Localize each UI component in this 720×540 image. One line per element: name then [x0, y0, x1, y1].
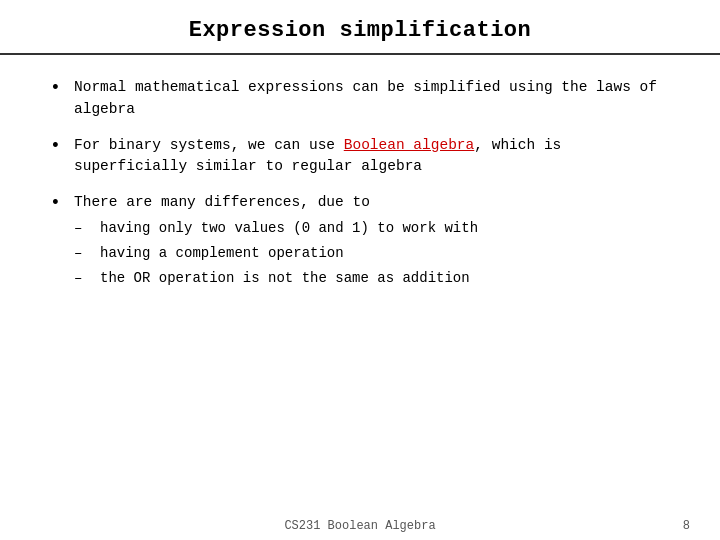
slide-content: • Normal mathematical expressions can be… — [0, 73, 720, 540]
bullet-text-3: There are many differences, due to – hav… — [74, 192, 670, 293]
bullet-text-2-before: For binary systems, we can use — [74, 137, 344, 153]
bullet-text-3-main: There are many differences, due to — [74, 194, 370, 210]
sub-list: – having only two values (0 and 1) to wo… — [74, 218, 670, 289]
sub-item-1: – having only two values (0 and 1) to wo… — [74, 218, 670, 239]
bullet-item-3: • There are many differences, due to – h… — [50, 192, 670, 293]
bullet-text-1: Normal mathematical expressions can be s… — [74, 77, 670, 121]
bullet-item-2: • For binary systems, we can use Boolean… — [50, 135, 670, 179]
bullet-dot-1: • — [50, 77, 68, 100]
sub-dash-1: – — [74, 218, 96, 239]
bullet-dot-2: • — [50, 135, 68, 158]
sub-dash-3: – — [74, 268, 96, 289]
slide-title: Expression simplification — [30, 18, 690, 43]
bullet-dot-3: • — [50, 192, 68, 215]
sub-item-3: – the OR operation is not the same as ad… — [74, 268, 670, 289]
sub-text-3: the OR operation is not the same as addi… — [100, 268, 470, 289]
sub-text-2: having a complement operation — [100, 243, 344, 264]
bullet-list: • Normal mathematical expressions can be… — [50, 77, 670, 293]
slide: Expression simplification • Normal mathe… — [0, 0, 720, 540]
sub-item-2: – having a complement operation — [74, 243, 670, 264]
bullet-text-2: For binary systems, we can use Boolean a… — [74, 135, 670, 179]
footer-page-number: 8 — [683, 519, 690, 533]
boolean-algebra-highlight: Boolean algebra — [344, 137, 475, 153]
bullet-item-1: • Normal mathematical expressions can be… — [50, 77, 670, 121]
sub-dash-2: – — [74, 243, 96, 264]
footer-label: CS231 Boolean Algebra — [284, 519, 435, 533]
title-bar: Expression simplification — [0, 0, 720, 55]
sub-text-1: having only two values (0 and 1) to work… — [100, 218, 478, 239]
